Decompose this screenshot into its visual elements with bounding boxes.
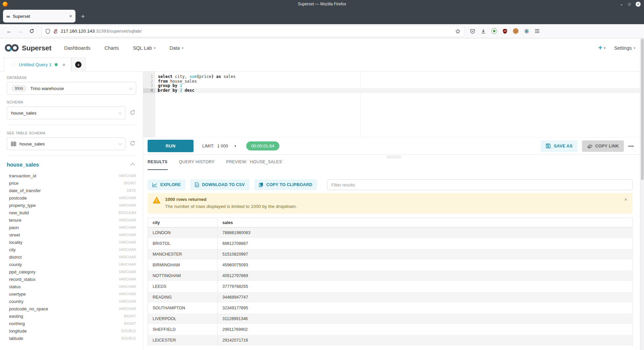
new-tab-icon[interactable]: + [81, 13, 85, 20]
table-row[interactable]: BIRMINGHAM 45960075093 [148, 260, 632, 270]
lock-broken-icon[interactable] [53, 29, 58, 34]
table-column-row[interactable]: street VARCHAR [7, 231, 136, 238]
resize-handle-icon[interactable] [386, 156, 401, 159]
page-scrollbar[interactable] [640, 38, 644, 350]
column-type: VARCHAR [119, 218, 136, 222]
table-name-heading[interactable]: house_sales [7, 162, 39, 168]
query-tab[interactable]: ⋮⋮ Untitled Query 1 × [4, 57, 71, 72]
collapse-chevron-icon[interactable] [130, 163, 135, 167]
table-row[interactable]: SHEFFIELD 29911769902 [148, 324, 632, 335]
table-column-row[interactable]: easting BIGINT [7, 312, 136, 320]
cell-city: MANCHESTER [148, 249, 218, 260]
tab-preview[interactable]: PREVIEW: `HOUSE_SALES` [226, 160, 283, 170]
sql-editor[interactable]: 1234 select city, sum(price) as salesfro… [143, 72, 644, 137]
table-column-row[interactable]: transaction_id VARCHAR [7, 172, 136, 179]
table-column-row[interactable]: usertype VARCHAR [7, 290, 136, 298]
privacy-badger-icon[interactable] [491, 28, 497, 34]
copy-link-button[interactable]: COPY LINK [582, 140, 624, 152]
table-column-row[interactable]: city VARCHAR [7, 246, 136, 253]
column-type: BIGINT [124, 181, 136, 185]
nav-item[interactable]: Data ▾ [169, 45, 183, 51]
nav-item[interactable]: SQL Lab ▾ [133, 45, 155, 51]
table-column-row[interactable]: locality VARCHAR [7, 238, 136, 246]
table-column-row[interactable]: new_build BOOLEAN [7, 209, 136, 216]
explore-button[interactable]: EXPLORE [148, 179, 185, 190]
tab-query-history[interactable]: QUERY HISTORY [179, 160, 215, 170]
scrollbar-thumb[interactable] [641, 39, 644, 180]
close-window-icon[interactable]: × [636, 2, 641, 7]
extension-asterisk-icon[interactable] [524, 29, 529, 34]
download-csv-button[interactable]: DOWNLOAD TO CSV [190, 179, 250, 190]
table-row[interactable]: LONDON 788861960063 [148, 227, 632, 238]
refresh-schema-icon[interactable] [129, 110, 136, 116]
table-column-row[interactable]: price BIGINT [7, 179, 136, 187]
bookmark-star-icon[interactable] [455, 29, 461, 34]
copy-clipboard-button[interactable]: COPY TO CLIPBOARD [254, 179, 317, 190]
drag-handle-icon[interactable]: ⋮⋮ [10, 62, 16, 67]
shield-icon[interactable] [45, 29, 50, 34]
settings-menu[interactable]: Settings▾ [614, 45, 635, 51]
url-bar[interactable]: 217.160.120.143:32393/superset/sqllab/ [42, 26, 464, 37]
column-type: VARCHAR [119, 196, 136, 200]
tab-results[interactable]: RESULTS [148, 160, 168, 170]
more-options-icon[interactable]: ••• [628, 143, 634, 148]
table-column-row[interactable]: latitude DOUBLE [7, 335, 136, 342]
table-column-row[interactable]: northing BIGINT [7, 320, 136, 327]
pocket-icon[interactable] [470, 29, 475, 34]
column-name: usertype [9, 292, 26, 297]
table-row[interactable]: READING 34468947747 [148, 292, 632, 303]
browser-tab[interactable]: ∞ Superset × [3, 10, 75, 23]
table-column-row[interactable]: postcode_no_space VARCHAR [7, 305, 136, 312]
pane-resize-divider[interactable] [143, 155, 644, 155]
forward-icon[interactable]: → [18, 28, 23, 34]
ublock-icon[interactable]: uO [502, 29, 507, 34]
nav-item[interactable]: Charts ▾ [104, 45, 119, 51]
table-column-row[interactable]: tenure VARCHAR [7, 216, 136, 224]
table-row[interactable]: NOTTINGHAM 40512797869 [148, 270, 632, 281]
close-tab-icon[interactable]: × [69, 13, 72, 19]
table-column-row[interactable]: paon VARCHAR [7, 224, 136, 231]
table-row[interactable]: LEEDS 37779768255 [148, 281, 632, 292]
back-icon[interactable]: ← [6, 28, 12, 34]
table-column-row[interactable]: county VARCHAR [7, 261, 136, 268]
close-alert-icon[interactable]: × [624, 196, 627, 202]
editor-code[interactable]: select city, sum(price) as salesfrom hou… [155, 72, 644, 137]
filter-results-input[interactable] [327, 179, 633, 190]
superset-logo[interactable]: Superset [5, 43, 51, 52]
table-column-row[interactable]: country VARCHAR [7, 298, 136, 305]
nav-item[interactable]: Dashboards ▾ [64, 45, 90, 51]
save-as-button[interactable]: SAVE AS [541, 140, 578, 152]
table-column-row[interactable]: longitude DOUBLE [7, 327, 136, 335]
table-column-row[interactable]: status VARCHAR [7, 283, 136, 290]
maximize-icon[interactable]: ◇ [628, 2, 631, 6]
table-select[interactable]: house_sales [7, 137, 125, 150]
table-row[interactable]: BRISTOL 69612708887 [148, 238, 632, 249]
column-header-city[interactable]: city [148, 218, 218, 227]
table-row[interactable]: MANCHESTER 51510820997 [148, 249, 632, 260]
limit-dropdown[interactable]: LIMIT: 1 000 ▼ [202, 143, 237, 148]
column-header-sales[interactable]: sales [218, 218, 632, 227]
reload-icon[interactable] [29, 29, 34, 34]
table-row[interactable]: LIVERPOOL 31126991346 [148, 313, 632, 324]
refresh-table-icon[interactable] [129, 140, 136, 147]
add-query-tab-zone[interactable]: + [71, 57, 86, 72]
database-select[interactable]: trino Trino warehouse [7, 82, 136, 95]
caret-down-icon: ▼ [234, 144, 237, 148]
download-icon[interactable] [481, 29, 486, 34]
table-column-row[interactable]: record_status VARCHAR [7, 275, 136, 283]
close-query-tab-icon[interactable]: × [63, 62, 65, 68]
table-column-row[interactable]: date_of_transfer DATE [7, 187, 136, 194]
table-row[interactable]: LEICESTER 29142071716 [148, 335, 632, 346]
table-column-row[interactable]: ppd_category VARCHAR [7, 268, 136, 275]
minimize-icon[interactable]: ⌄ [620, 2, 623, 6]
table-column-row[interactable]: district VARCHAR [7, 253, 136, 261]
table-column-row[interactable]: postcode VARCHAR [7, 194, 136, 202]
table-row[interactable]: SOUTHAMPTON 32349177895 [148, 303, 632, 313]
table-column-row[interactable]: property_type VARCHAR [7, 202, 136, 209]
run-button[interactable]: RUN [148, 140, 194, 152]
hamburger-menu-icon[interactable] [535, 29, 540, 33]
add-new-button[interactable]: +▾ [598, 44, 605, 52]
cookie-icon[interactable] [513, 28, 519, 34]
schema-select[interactable]: house_sales [7, 106, 125, 119]
cell-sales: 69612708887 [218, 238, 632, 249]
